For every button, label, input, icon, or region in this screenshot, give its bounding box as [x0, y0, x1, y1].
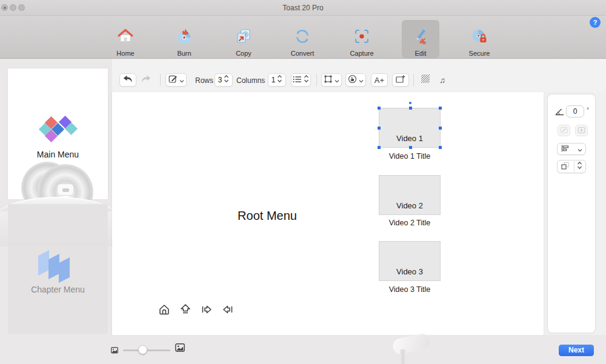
video-2-title-text[interactable]: Video 2 Title — [367, 219, 452, 227]
stepper-arrows-icon — [277, 74, 282, 85]
edit-menu-dropdown[interactable] — [165, 73, 187, 87]
nav-label: Edit — [415, 50, 427, 57]
center-vertical-button[interactable] — [575, 125, 588, 136]
zoom-out-image-icon — [111, 345, 118, 356]
nav-item-capture[interactable]: Capture — [343, 20, 381, 58]
rows-stepper[interactable]: 3 — [215, 73, 233, 87]
home-icon — [116, 27, 135, 48]
footer-bar: Next — [0, 335, 606, 364]
align-left-icon — [561, 144, 569, 154]
video-1-thumbnail[interactable]: Video 1 — [379, 108, 441, 148]
content-area: Main Menu Chapter Menu — [0, 59, 606, 335]
menu-canvas[interactable]: Root Menu Video 1 — [112, 92, 544, 335]
nav-item-edit[interactable]: Edit — [402, 20, 439, 58]
stepper-arrows-icon — [574, 161, 582, 172]
video-1-title-text[interactable]: Video 1 Title — [367, 152, 452, 160]
menu-title-text[interactable]: Root Menu — [213, 209, 322, 223]
nav-label: Convert — [291, 50, 315, 57]
object-inspector-panel: ° — [547, 94, 596, 333]
rows-label: Rows — [195, 76, 213, 85]
menu-audio-button[interactable]: ♫ — [435, 73, 450, 87]
video-2-thumbnail[interactable]: Video 2 — [379, 175, 441, 215]
add-text-icon: A+ — [375, 76, 384, 85]
button-highlight-style-dropdown[interactable] — [345, 73, 366, 87]
center-horizontal-button[interactable] — [558, 125, 570, 136]
capture-viewfinder-icon — [353, 27, 371, 48]
stepper-arrows-icon — [224, 74, 229, 85]
chapter-menu-label: Chapter Menu — [8, 285, 108, 294]
rotation-angle-icon — [554, 107, 565, 118]
nav-item-convert[interactable]: Convert — [284, 20, 321, 58]
undo-button[interactable] — [119, 73, 136, 87]
title-bar: Toast 20 Pro — [0, 0, 606, 16]
nav-label: Home — [116, 50, 134, 57]
redo-button[interactable] — [138, 73, 155, 87]
pattern-texture-icon — [421, 74, 430, 85]
app-window: Toast 20 Pro Home — [0, 0, 606, 364]
nav-item-home[interactable]: Home — [107, 20, 144, 58]
nav-item-secure[interactable]: Secure — [461, 20, 498, 58]
menu-up-button-icon[interactable] — [179, 303, 192, 319]
menu-back-button-icon[interactable] — [221, 303, 235, 319]
arrange-layer-stepper[interactable] — [557, 160, 586, 173]
background-pattern-button[interactable] — [418, 73, 433, 87]
list-order-stepper[interactable] — [291, 73, 311, 87]
video-3-label: Video 3 — [379, 267, 440, 276]
nav-item-burn[interactable]: Burn — [165, 20, 203, 58]
help-button[interactable]: ? — [590, 17, 601, 28]
next-button[interactable]: Next — [559, 345, 594, 356]
video-1-label: Video 1 — [379, 134, 440, 143]
list-icon — [293, 74, 302, 85]
degree-symbol: ° — [587, 107, 589, 113]
main-toolbar: Home Burn — [0, 16, 606, 59]
center-vertical-icon — [578, 125, 585, 136]
columns-label: Columns — [236, 76, 265, 85]
nav-label: Capture — [350, 50, 373, 57]
video-3-thumbnail[interactable]: Video 3 — [379, 241, 441, 281]
menu-sidebar: Main Menu Chapter Menu — [0, 59, 112, 335]
background-artwork — [391, 333, 431, 356]
menu-editor: Rows 3 Columns 1 — [112, 59, 606, 335]
thumbnail-zoom-slider-thumb[interactable] — [138, 345, 147, 354]
edit-square-icon — [168, 74, 178, 86]
selection-frame-dropdown[interactable] — [321, 73, 342, 87]
columns-value: 1 — [271, 76, 276, 84]
redo-icon — [141, 74, 151, 85]
add-frame-button[interactable] — [392, 73, 409, 87]
video-3-title-text[interactable]: Video 3 Title — [367, 285, 452, 294]
arrange-layers-icon — [561, 161, 570, 173]
rows-value: 3 — [218, 76, 222, 84]
menu-next-button-icon[interactable] — [200, 303, 213, 319]
add-frame-icon — [396, 74, 405, 86]
nav-label: Secure — [469, 50, 490, 57]
editor-toolbar: Rows 3 Columns 1 — [112, 59, 606, 92]
add-text-button[interactable]: A+ — [371, 73, 388, 87]
center-horizontal-icon — [560, 125, 568, 136]
columns-stepper[interactable]: 1 — [268, 73, 286, 87]
copy-disc-icon — [235, 27, 253, 48]
nav-label: Copy — [236, 50, 251, 57]
chevron-down-icon — [335, 74, 339, 85]
nav-label: Burn — [177, 50, 191, 57]
video-2-label: Video 2 — [379, 201, 440, 210]
undo-icon — [123, 74, 133, 85]
menu-home-button-icon[interactable] — [158, 303, 171, 319]
chevron-down-icon — [179, 74, 184, 85]
alignment-dropdown[interactable] — [557, 143, 586, 155]
chevron-down-icon — [578, 144, 582, 154]
background-artwork-stem — [400, 349, 406, 364]
marquee-frame-icon — [324, 74, 333, 86]
window-title: Toast 20 Pro — [0, 0, 606, 16]
zoom-in-image-icon — [175, 343, 185, 354]
menu-nav-buttons — [158, 303, 235, 319]
rotation-angle-input[interactable] — [566, 105, 584, 117]
burn-disc-icon — [175, 27, 193, 48]
chevron-down-icon — [359, 74, 364, 85]
edit-pen-icon — [411, 27, 430, 48]
convert-sync-icon — [293, 27, 311, 48]
music-note-icon: ♫ — [439, 76, 445, 85]
nav-item-copy[interactable]: Copy — [225, 20, 262, 58]
stepper-arrows-icon — [304, 74, 309, 85]
chapter-menu-card[interactable]: Chapter Menu — [8, 204, 108, 334]
rotation-handle[interactable] — [409, 102, 411, 104]
